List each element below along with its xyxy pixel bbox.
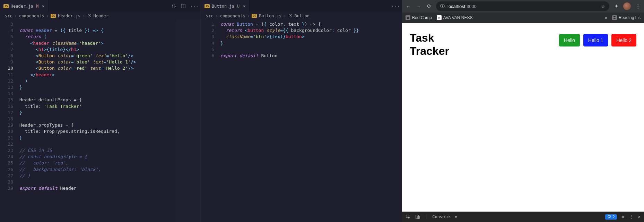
js-icon: JS [204, 4, 210, 8]
minimap[interactable] [176, 20, 201, 222]
url-host: localhost [447, 4, 465, 9]
breadcrumb-seg[interactable]: components [19, 14, 44, 18]
address-bar[interactable]: ⓘ localhost:3000 ☆ [436, 1, 609, 11]
browser-pane: ← → ⟳ ⓘ localhost:3000 ☆ ✦ ⋮ ▣BootCamp A… [402, 0, 644, 222]
breadcrumb-seg[interactable]: src [5, 14, 12, 18]
site-icon: A [437, 15, 442, 20]
code-content[interactable]: const Button = ({ color, text }) => { re… [220, 20, 402, 222]
page-title: Task Tracker [410, 31, 449, 58]
breadcrumb-symbol[interactable]: Button [295, 14, 310, 18]
bookmarks-bar: ▣BootCamp AAVA VAN NESS » ≣Reading Lis [402, 12, 644, 23]
symbol-icon: ⦿ [87, 14, 92, 18]
app-button[interactable]: Hello 2 [611, 34, 636, 46]
tab-untracked-indicator: U [237, 4, 240, 9]
button-row: HelloHello 1Hello 2 [559, 34, 636, 46]
more-icon[interactable]: ⋮ [629, 214, 633, 219]
extensions-icon[interactable]: ✦ [613, 3, 620, 9]
star-icon[interactable]: ☆ [601, 4, 605, 9]
editor-area-right[interactable]: 123456 const Button = ({ color, text }) … [201, 20, 402, 222]
gear-icon[interactable]: ⚙ [622, 214, 624, 219]
editor-title-actions: ··· [171, 0, 199, 12]
editor-title-actions: ··· [391, 0, 400, 12]
app-button[interactable]: Hello [559, 34, 580, 46]
svg-rect-3 [416, 215, 419, 219]
split-icon[interactable] [181, 3, 186, 9]
editor-group-right: JS Button.js U × ··· src› components› JS… [201, 0, 402, 222]
app-button[interactable]: Hello 1 [583, 34, 608, 46]
menu-icon[interactable]: ⋮ [634, 3, 641, 9]
tab-label: Header.js [11, 4, 33, 9]
devtools-tabs-overflow-icon[interactable]: » [455, 214, 457, 219]
close-icon[interactable]: × [42, 3, 45, 9]
browser-toolbar: ← → ⟳ ⓘ localhost:3000 ☆ ✦ ⋮ [402, 0, 644, 12]
inspect-icon[interactable] [406, 214, 410, 219]
more-icon[interactable]: ··· [190, 3, 199, 9]
breadcrumb-seg[interactable]: Button.js [259, 14, 281, 18]
breadcrumb[interactable]: src› components› JS Header.js› ⦿ Header [0, 12, 201, 20]
breadcrumb-seg[interactable]: components [220, 14, 245, 18]
js-icon: JS [252, 14, 257, 18]
bookmarks-overflow-icon[interactable]: » [605, 15, 607, 20]
line-gutter: 3456789101112131415161718192021222324252… [0, 20, 19, 222]
site-info-icon[interactable]: ⓘ [440, 3, 445, 9]
reading-list-icon: ≣ [612, 15, 617, 20]
editor-area-left[interactable]: 3456789101112131415161718192021222324252… [0, 20, 201, 222]
devtools-tab-console[interactable]: Console [432, 214, 450, 219]
tab-label: Button.js [212, 4, 234, 9]
js-icon: JS [3, 4, 9, 8]
breadcrumb-symbol[interactable]: Header [94, 14, 108, 18]
breadcrumb-seg[interactable]: src [206, 14, 214, 18]
tab-bar-left: JS Header.js M × ··· [0, 0, 201, 12]
js-icon: JS [51, 14, 56, 18]
tab-modified-indicator: M [36, 4, 38, 9]
page-content: Task Tracker HelloHello 1Hello 2 [402, 23, 644, 212]
tab-bar-right: JS Button.js U × ··· [201, 0, 402, 12]
line-gutter: 123456 [201, 20, 220, 222]
breadcrumb-seg[interactable]: Header.js [58, 14, 80, 18]
bookmark-item[interactable]: AAVA VAN NESS [437, 15, 473, 20]
tab-header-js[interactable]: JS Header.js M × [0, 0, 49, 12]
devtools-bar: | Console » 🗨 2 ⚙ ⋮ × [402, 212, 644, 222]
profile-avatar[interactable] [623, 2, 631, 10]
more-icon[interactable]: ··· [391, 3, 400, 9]
device-icon[interactable] [415, 214, 420, 219]
folder-icon: ▣ [406, 15, 410, 20]
reload-icon[interactable]: ⟳ [426, 3, 433, 9]
compare-icon[interactable] [171, 3, 176, 9]
close-icon[interactable]: × [638, 214, 641, 219]
back-icon[interactable]: ← [405, 3, 412, 9]
forward-icon[interactable]: → [415, 3, 422, 9]
bookmark-item[interactable]: ▣BootCamp [406, 15, 432, 20]
console-message-count[interactable]: 🗨 2 [605, 214, 617, 220]
code-content[interactable]: const Header = ({ title }) => { return (… [19, 20, 201, 222]
close-icon[interactable]: × [243, 3, 246, 9]
tab-button-js[interactable]: JS Button.js U × [201, 0, 250, 12]
symbol-icon: ⦿ [288, 14, 293, 18]
breadcrumb[interactable]: src› components› JS Button.js› ⦿ Button [201, 12, 402, 20]
editor-group-left: JS Header.js M × ··· src› components› JS… [0, 0, 201, 222]
bookmark-item[interactable]: ≣Reading Lis [612, 15, 641, 20]
url-port: :3000 [465, 4, 477, 9]
